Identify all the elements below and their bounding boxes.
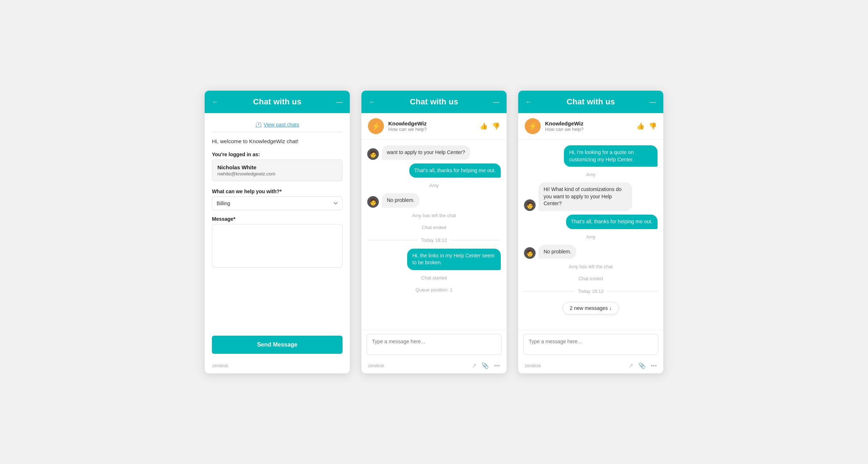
minimize-icon-3[interactable]: — — [650, 98, 656, 106]
divider-text-3: Today 18:12 — [578, 289, 604, 294]
chat-messages-2: 🧑 want to apply to your Help Center? Tha… — [361, 140, 507, 330]
msg-row-quote: Hi, I'm looking for a quote on customizi… — [524, 145, 658, 167]
msg-bubble-thatsall: That's all, thanks for helping me out. — [566, 215, 658, 229]
msg-bubble-outgoing: That's all, thanks for helping me out. — [409, 163, 501, 178]
header-title-3: Chat with us — [566, 97, 615, 107]
divider-line-left-3 — [524, 291, 574, 291]
logged-in-section: You're logged in as: Nicholas White nwhi… — [212, 152, 343, 183]
system-queue: Queue position: 1 — [367, 286, 501, 294]
chat-input-3[interactable] — [523, 334, 658, 355]
message-textarea[interactable] — [212, 224, 343, 268]
view-past-chats-link[interactable]: 🕐 View past chats — [212, 122, 343, 132]
back-icon-2[interactable]: ← — [369, 98, 375, 106]
agent-info-3: KnowledgeWiz How can we help? — [545, 120, 636, 132]
msg-row-outgoing: That's all, thanks for helping me out. — [367, 163, 501, 178]
agent-header-3: ⚡ KnowledgeWiz How can we help? 👍 👎 — [518, 113, 663, 140]
welcome-text: Hi, welcome to KnowledgeWiz chat! — [212, 138, 343, 144]
thumbs-up-icon-3[interactable]: 👍 — [636, 122, 644, 130]
msg-group-thatsall: That's all, thanks for helping me out. — [566, 215, 658, 229]
chat-header-2: ← Chat with us — — [361, 91, 507, 113]
agent-status-2: How can we help? — [388, 127, 480, 132]
clock-icon: 🕐 — [255, 122, 262, 128]
msg-bubble: want to apply to your Help Center? — [382, 145, 470, 160]
msg-avatar-3b: 🧑 — [524, 247, 536, 259]
minimize-icon-2[interactable]: — — [493, 98, 499, 106]
zendesk-footer-1: zendesk — [205, 360, 350, 373]
divider-line-left — [367, 240, 418, 240]
msg-group-new: Hi, the links in my Help Center seem to … — [407, 249, 501, 270]
system-ended-3: Chat ended — [524, 274, 658, 283]
help-topic-select[interactable]: Billing Technical Support General Inquir… — [212, 196, 343, 210]
logged-in-label: You're logged in as: — [212, 152, 343, 157]
divider-line-right-3 — [607, 291, 658, 291]
chat-messages-3: Hi, I'm looking for a quote on customizi… — [518, 140, 663, 330]
msg-group-noproblem-3: No problem. — [539, 245, 576, 259]
new-messages-text: 2 new messages ↓ — [570, 305, 612, 311]
share-icon-2[interactable]: ↗ — [472, 362, 476, 369]
agent-info-2: KnowledgeWiz How can we help? — [388, 120, 480, 132]
back-icon-3[interactable]: ← — [525, 98, 532, 106]
message-field: Message* — [212, 216, 343, 269]
more-icon-3[interactable]: ••• — [651, 362, 657, 369]
msg-avatar-3a: 🧑 — [524, 199, 536, 211]
divider-text: Today 18:12 — [421, 237, 447, 243]
msg-row: 🧑 want to apply to your Help Center? — [367, 145, 501, 160]
msg-bubble-new: Hi, the links in my Help Center seem to … — [407, 249, 501, 270]
msg-row-customizations: 🧑 Hi! What kind of customizations do you… — [524, 182, 658, 211]
zendesk-brand-2: zendesk — [368, 363, 384, 368]
chat-input-area-2 — [361, 330, 507, 360]
new-messages-badge[interactable]: 2 new messages ↓ — [563, 302, 619, 314]
time-divider-3: Today 18:12 — [524, 286, 658, 296]
chat-input-2[interactable] — [367, 334, 501, 355]
send-message-button[interactable]: Send Message — [212, 336, 343, 354]
msg-group-amy: No problem. — [382, 193, 419, 208]
footer-icons-3: ↗ 📎 ••• — [629, 362, 657, 369]
msg-row-new: Hi, the links in my Help Center seem to … — [367, 249, 501, 270]
attachment-icon-2[interactable]: 📎 — [482, 362, 489, 369]
msg-bubble-noproblem: No problem. — [382, 193, 419, 208]
agent-status-3: How can we help? — [545, 127, 636, 132]
chat-input-area-3 — [518, 330, 663, 360]
agent-avatar-3: ⚡ — [525, 118, 541, 134]
feedback-icons-3: 👍 👎 — [636, 122, 657, 130]
sender-label-amy-3b: Amy — [524, 233, 658, 241]
header-title-2: Chat with us — [410, 97, 458, 107]
user-name: Nicholas White — [217, 164, 337, 170]
bolt-icon-2: ⚡ — [372, 122, 381, 130]
thumbs-up-icon-2[interactable]: 👍 — [480, 122, 488, 130]
feedback-icons-2: 👍 👎 — [480, 122, 500, 130]
bolt-icon-3: ⚡ — [528, 122, 537, 130]
thumbs-down-icon-2[interactable]: 👎 — [492, 122, 500, 130]
share-icon-3[interactable]: ↗ — [629, 362, 633, 369]
msg-group-customizations: Hi! What kind of customizations do you w… — [539, 182, 632, 211]
message-label: Message* — [212, 216, 343, 222]
more-icon-2[interactable]: ••• — [494, 362, 500, 369]
msg-bubble-quote: Hi, I'm looking for a quote on customizi… — [564, 145, 658, 167]
system-started: Chat started — [367, 274, 501, 282]
minimize-icon-1[interactable]: — — [336, 98, 343, 106]
chat-footer-2: zendesk ↗ 📎 ••• — [361, 360, 507, 373]
msg-row-amy: 🧑 No problem. — [367, 193, 501, 208]
attachment-icon-3[interactable]: 📎 — [638, 362, 646, 369]
msg-avatar: 🧑 — [367, 148, 379, 160]
system-left: Amy has left the chat — [367, 211, 501, 220]
chat-footer-3: zendesk ↗ 📎 ••• — [518, 360, 663, 373]
msg-group: want to apply to your Help Center? — [382, 145, 470, 160]
agent-name-3: KnowledgeWiz — [545, 120, 636, 127]
thumbs-down-icon-3[interactable]: 👎 — [649, 122, 657, 130]
sender-label-amy: Amy — [367, 181, 501, 190]
system-left-3: Amy has left the chat — [524, 262, 658, 271]
user-info-box: Nicholas White nwhite@knowledgewiz.com — [212, 160, 343, 181]
zendesk-brand-3: zendesk — [525, 363, 541, 368]
help-label: What can we help you with?* — [212, 188, 343, 194]
msg-row-thatsall: That's all, thanks for helping me out. — [524, 215, 658, 229]
sender-label-amy-3: Amy — [524, 170, 658, 179]
msg-bubble-customizations: Hi! What kind of customizations do you w… — [539, 182, 632, 211]
msg-bubble-noproblem-3: No problem. — [539, 245, 576, 259]
back-icon-1[interactable]: ← — [212, 98, 218, 106]
msg-row-noproblem-3: 🧑 No problem. — [524, 245, 658, 259]
footer-icons-2: ↗ 📎 ••• — [472, 362, 500, 369]
msg-avatar-amy: 🧑 — [367, 196, 379, 208]
system-ended: Chat ended — [367, 223, 501, 232]
chat-header-1: ← Chat with us — — [205, 91, 350, 113]
